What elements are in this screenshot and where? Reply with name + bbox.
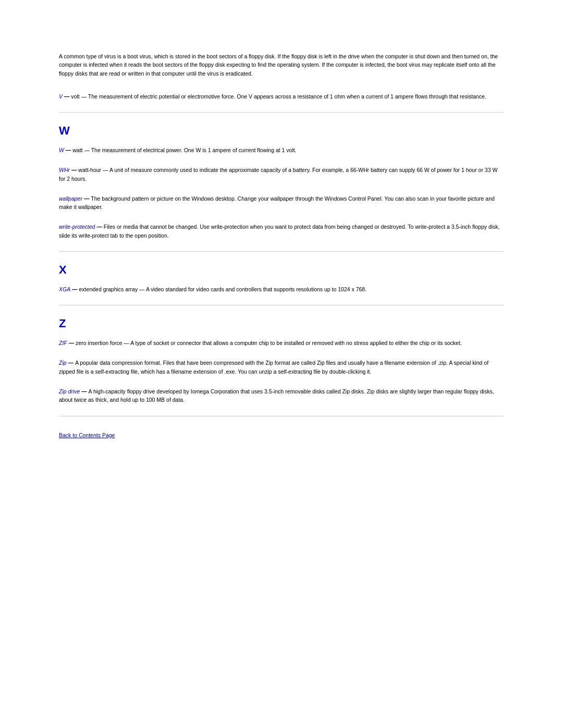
w-term-link[interactable]: W — [59, 147, 64, 153]
x-section-letter: X — [59, 263, 504, 277]
xga-text: XGA — extended graphics array — A video … — [59, 285, 504, 293]
w-divider — [59, 112, 504, 113]
xga-entry: XGA — extended graphics array — A video … — [59, 285, 504, 293]
whr-term-link[interactable]: WHr — [59, 167, 70, 173]
zif-term-link[interactable]: ZIF — [59, 340, 67, 346]
whr-text: WHr — watt-hour — A unit of measure comm… — [59, 166, 504, 183]
zip-text: Zip — A popular data compression format.… — [59, 359, 504, 376]
zip-entry: Zip — A popular data compression format.… — [59, 359, 504, 376]
w-section-letter: W — [59, 124, 504, 138]
zif-text: ZIF — zero insertion force — A type of s… — [59, 339, 504, 347]
wallpaper-definition: The background pattern or picture on the… — [59, 195, 495, 210]
w-full-term: watt — [72, 147, 82, 153]
xga-full-term: extended graphics array — [79, 286, 138, 292]
xga-definition: — A video standard for video cards and c… — [139, 286, 366, 292]
write-protected-dash: — — [96, 224, 103, 230]
v-entry-text: V — volt — The measurement of electric p… — [59, 92, 504, 101]
xga-dash: — — [72, 286, 79, 292]
write-protected-text: write-protected — Files or media that ca… — [59, 223, 504, 240]
zip-drive-dash: — — [81, 388, 88, 394]
zif-entry: ZIF — zero insertion force — A type of s… — [59, 339, 504, 347]
v-definition: — The measurement of electric potential … — [81, 93, 486, 100]
zip-term-link[interactable]: Zip — [59, 360, 67, 366]
w-dash: — — [66, 147, 72, 153]
zif-dash: — — [69, 340, 76, 346]
wallpaper-text: wallpaper — The background pattern or pi… — [59, 194, 504, 212]
zip-drive-definition: A high-capacity floppy drive developed b… — [59, 388, 494, 403]
w-watt-text: W — watt — The measurement of electrical… — [59, 146, 504, 154]
back-to-contents-link[interactable]: Back to Contents Page — [59, 432, 115, 438]
bottom-divider — [59, 416, 504, 416]
zip-drive-entry: Zip drive — A high-capacity floppy drive… — [59, 387, 504, 404]
back-link-container: Back to Contents Page — [59, 432, 504, 459]
page-container: A common type of virus is a boot virus, … — [0, 0, 563, 490]
w-definition: — The measurement of electrical power. O… — [84, 147, 296, 153]
w-watt-entry: W — watt — The measurement of electrical… — [59, 146, 504, 154]
z-section-letter: Z — [59, 317, 504, 330]
zip-dash: — — [68, 360, 75, 366]
zip-drive-term-link[interactable]: Zip drive — [59, 388, 80, 394]
wallpaper-term-link[interactable]: wallpaper — [59, 195, 82, 202]
write-protected-entry: write-protected — Files or media that ca… — [59, 223, 504, 240]
whr-dash: — — [71, 167, 78, 173]
v-term-link[interactable]: V — [59, 93, 63, 100]
write-protected-definition: Files or media that cannot be changed. U… — [59, 224, 500, 238]
zif-definition: — A type of socket or connector that all… — [124, 340, 461, 346]
zip-drive-text: Zip drive — A high-capacity floppy drive… — [59, 387, 504, 404]
xga-term-link[interactable]: XGA — [59, 286, 70, 292]
whr-entry: WHr — watt-hour — A unit of measure comm… — [59, 166, 504, 183]
v-dash: — — [64, 93, 71, 100]
v-entry: V — volt — The measurement of electric p… — [59, 92, 504, 101]
z-divider — [59, 305, 504, 305]
whr-definition: — A unit of measure commonly used to ind… — [59, 167, 497, 181]
wallpaper-dash: — — [84, 195, 91, 202]
zif-full-term: zero insertion force — [76, 340, 122, 346]
zip-definition: A popular data compression format. Files… — [59, 360, 488, 374]
v-full-term: volt — [71, 93, 79, 100]
wallpaper-entry: wallpaper — The background pattern or pi… — [59, 194, 504, 212]
x-divider — [59, 251, 504, 252]
intro-paragraph: A common type of virus is a boot virus, … — [59, 52, 504, 78]
write-protected-term-link[interactable]: write-protected — [59, 224, 95, 230]
whr-full-term: watt-hour — [78, 167, 101, 173]
